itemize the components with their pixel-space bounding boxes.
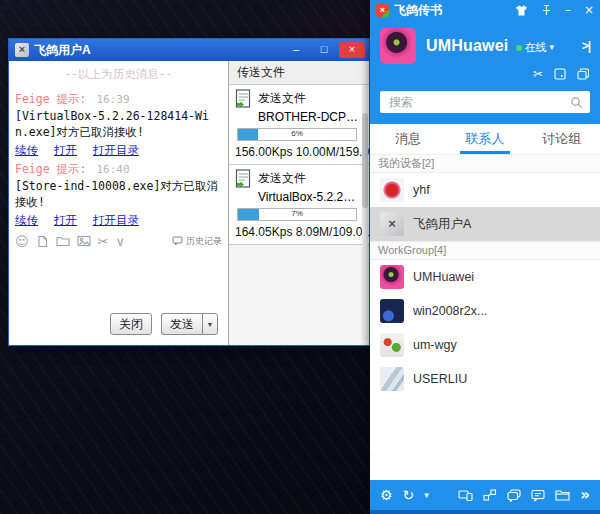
contact-name: yhf	[413, 183, 430, 197]
transfer-scrollbar[interactable]	[362, 85, 368, 341]
send-folder-icon[interactable]	[56, 235, 70, 247]
message-sender: Feige 提示:	[15, 92, 86, 106]
more-tools-chevron-icon[interactable]: »	[580, 488, 590, 503]
transfer-progress-bar: 6%	[237, 128, 357, 141]
contact-row-yhf[interactable]: yhf	[370, 173, 600, 207]
close-button[interactable]: ×	[339, 42, 365, 58]
minimize-button[interactable]: –	[565, 3, 571, 17]
resume-transfer-link[interactable]: 续传	[15, 213, 38, 227]
transfer-action-label: 发送文件	[258, 89, 359, 107]
more-tools-chevron-icon[interactable]: ∨	[115, 235, 125, 248]
contact-name: 飞鸽用户A	[413, 216, 471, 233]
refresh-icon[interactable]: ↻	[403, 488, 415, 502]
avatar	[380, 265, 404, 289]
search-box[interactable]	[380, 91, 590, 113]
main-window-title: 飞鸽传书	[394, 2, 442, 19]
transfer-filename: BROTHER-DCP-7180...	[258, 107, 359, 124]
avatar	[380, 333, 404, 357]
group-header-my-devices[interactable]: 我的设备[2]	[370, 154, 600, 173]
transfer-item[interactable]: 发送文件 VirtualBox-5.2.26-12... 7% 164.05Kp…	[229, 165, 369, 245]
screenshot-scissors-icon[interactable]: ✂	[98, 235, 109, 248]
chat-toolbar: ☺ ✂ ∨ 历史记录	[9, 231, 228, 250]
maximize-button[interactable]: □	[311, 42, 337, 58]
chat-window: × 飞鸽用户A – □ × --以上为历史消息-- Feige 提示:16:39…	[8, 38, 370, 346]
window-bottom-edge	[370, 510, 600, 514]
settings-gear-icon[interactable]: ⚙	[380, 488, 393, 502]
feige-logo-icon: ×	[376, 4, 389, 17]
minimize-button[interactable]: –	[283, 42, 309, 58]
send-file-doc-icon	[235, 169, 252, 190]
pin-to-top-icon[interactable]	[541, 4, 552, 16]
send-button[interactable]: 发送	[161, 313, 202, 335]
contact-name: UMHuawei	[413, 270, 474, 284]
search-area	[370, 87, 600, 124]
search-icon	[570, 96, 583, 109]
message-input[interactable]	[9, 250, 228, 309]
message-time: 16:39	[96, 93, 129, 106]
message-bubble-icon[interactable]	[531, 489, 545, 502]
contact-name: um-wgy	[413, 338, 457, 352]
transfer-item[interactable]: 发送文件 BROTHER-DCP-7180... 6% 156.00Kps 10…	[229, 85, 369, 165]
avatar	[380, 367, 404, 391]
close-button[interactable]: ×	[584, 3, 594, 17]
note-icon[interactable]	[554, 68, 566, 80]
feige-app-icon: ×	[15, 43, 29, 57]
chat-window-title: 飞鸽用户A	[34, 42, 91, 59]
screenshot-scissors-icon[interactable]: ✂	[533, 67, 543, 81]
send-file-doc-icon	[235, 89, 252, 110]
tab-messages[interactable]: 消息	[370, 124, 447, 154]
user-name: UMHuawei	[426, 37, 509, 55]
send-image-icon[interactable]	[77, 235, 91, 247]
avatar	[380, 299, 404, 323]
bottom-toolbar: ⚙ ↻ ▾ »	[370, 480, 600, 510]
message-time: 16:40	[96, 163, 129, 176]
contact-row-feige-user-a[interactable]: × 飞鸽用户A	[370, 207, 600, 241]
resume-transfer-link[interactable]: 续传	[15, 143, 38, 157]
contact-row-umhuawei[interactable]: UMHuawei	[370, 260, 600, 294]
open-file-link[interactable]: 打开	[54, 143, 77, 157]
message-body: [VirtualBox-5.2.26-128414-Win.exe]对方已取消接…	[15, 108, 222, 141]
close-chat-button[interactable]: 关闭	[110, 313, 152, 335]
chat-button-row: 关闭 发送 ▼	[9, 309, 228, 345]
contact-row-um-wgy[interactable]: um-wgy	[370, 328, 600, 362]
refresh-options-dropdown-icon[interactable]: ▾	[424, 491, 429, 500]
send-file-icon[interactable]	[36, 235, 49, 248]
group-header-workgroup[interactable]: WorkGroup[4]	[370, 241, 600, 260]
transfer-filename: VirtualBox-5.2.26-12...	[258, 187, 359, 204]
copy-clipboard-icon[interactable]	[577, 68, 590, 80]
scrollbar-thumb[interactable]	[362, 113, 368, 208]
transfer-percent-label: 6%	[238, 129, 356, 139]
main-window-titlebar[interactable]: × 飞鸽传书 – ×	[370, 0, 600, 20]
transfer-progress-bar: 7%	[237, 208, 357, 221]
main-window: × 飞鸽传书 – × UMHuawei 在线 ▾	[370, 0, 600, 514]
contact-row-userliu[interactable]: USERLIU	[370, 362, 600, 396]
send-options-dropdown[interactable]: ▼	[202, 313, 218, 335]
history-divider: --以上为历史消息--	[15, 62, 222, 91]
transfer-panel: 传送文件 发送文件 BROTHER-DCP-7180... 6%	[228, 61, 369, 345]
contact-row-win2008r2x[interactable]: win2008r2x...	[370, 294, 600, 328]
tab-groups[interactable]: 讨论组	[523, 124, 600, 154]
transfer-panel-title: 传送文件	[229, 61, 369, 85]
emoji-icon[interactable]: ☺	[15, 235, 29, 248]
avatar: ×	[380, 212, 404, 236]
message-history: --以上为历史消息-- Feige 提示:16:39 [VirtualBox-5…	[9, 61, 228, 231]
online-status[interactable]: 在线 ▾	[516, 40, 555, 55]
chat-window-titlebar[interactable]: × 飞鸽用户A – □ ×	[9, 39, 369, 61]
desktop-background: × 飞鸽用户A – □ × --以上为历史消息-- Feige 提示:16:39…	[0, 0, 600, 514]
open-folder-link[interactable]: 打开目录	[93, 143, 139, 157]
share-network-icon[interactable]	[483, 489, 497, 501]
status-dropdown-icon[interactable]: ▾	[550, 43, 555, 52]
open-folder-link[interactable]: 打开目录	[93, 213, 139, 227]
file-manager-folder-icon[interactable]	[555, 489, 570, 501]
message-sender: Feige 提示:	[15, 162, 86, 176]
user-avatar[interactable]	[380, 28, 416, 64]
search-input[interactable]	[387, 94, 570, 110]
multi-device-icon[interactable]	[458, 489, 473, 501]
open-file-link[interactable]: 打开	[54, 213, 77, 227]
history-toggle[interactable]: 历史记录	[172, 235, 222, 248]
tab-contacts[interactable]: 联系人	[447, 124, 524, 154]
collapse-panel-icon[interactable]: >|	[582, 39, 590, 53]
skin-theme-icon[interactable]	[515, 5, 528, 16]
group-chats-icon[interactable]	[507, 489, 521, 502]
transfer-speed: 156.00Kps	[235, 145, 292, 159]
